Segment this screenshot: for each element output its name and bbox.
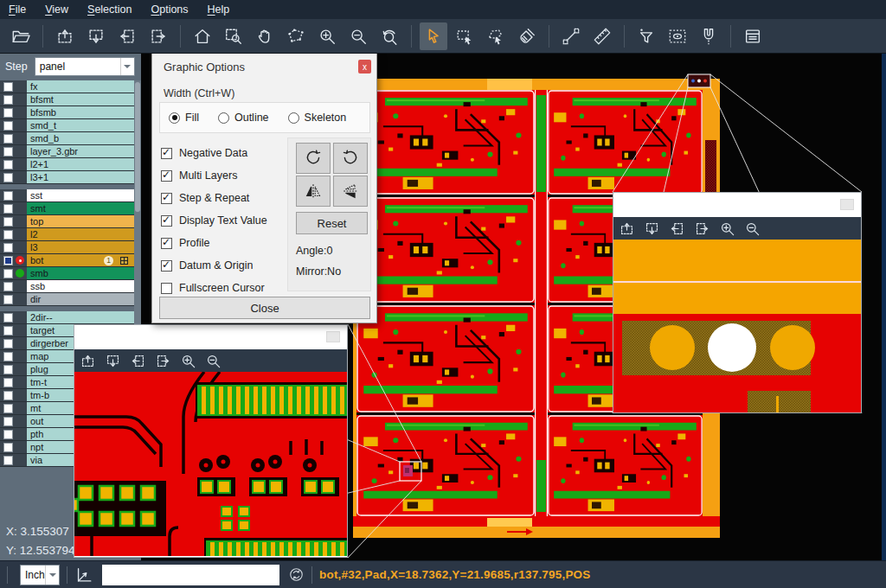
radio-icon[interactable] xyxy=(169,112,180,124)
layer-row[interactable]: l3 xyxy=(0,241,134,254)
mirror-vertical-button[interactable] xyxy=(296,176,331,207)
dialog-checkbox[interactable]: ✓ Datum & Origin xyxy=(161,254,267,277)
checkbox-icon[interactable]: ✓ xyxy=(161,238,172,249)
pan-down[interactable] xyxy=(82,22,110,50)
layer-row[interactable]: smb xyxy=(0,267,134,280)
checkbox-icon[interactable]: ✓ xyxy=(161,193,172,204)
zoom-previous[interactable] xyxy=(376,22,403,50)
layer-visibility-checkbox[interactable] xyxy=(3,417,13,426)
dialog-close-button[interactable]: Close xyxy=(159,297,370,319)
radio-icon[interactable] xyxy=(218,112,229,124)
layer-row[interactable]: 2dir-- xyxy=(0,311,134,324)
layer-name[interactable]: l3 xyxy=(27,241,134,253)
rotate-ccw-button[interactable] xyxy=(333,143,368,174)
layers-panel[interactable] xyxy=(739,22,767,50)
measure-ruler[interactable] xyxy=(588,22,616,50)
layer-row[interactable]: bot 1 xyxy=(0,254,134,267)
mirror-horizontal-button[interactable] xyxy=(333,176,368,207)
layer-visibility-checkbox[interactable] xyxy=(3,217,13,227)
zoom-window[interactable] xyxy=(220,22,247,50)
dialog-checkbox[interactable]: ✓ Step & Repeat xyxy=(161,187,267,209)
layer-visibility-checkbox[interactable] xyxy=(3,352,13,361)
magnifier-titlebar[interactable] xyxy=(74,325,347,349)
select-cursor[interactable] xyxy=(420,22,447,50)
zoom-home[interactable] xyxy=(189,22,216,50)
layer-visibility-checkbox[interactable] xyxy=(3,243,13,252)
magnifier-window-right[interactable] xyxy=(613,192,862,413)
layer-visibility-checkbox[interactable] xyxy=(3,108,13,118)
corner-angle-icon[interactable] xyxy=(74,566,93,585)
window-button[interactable] xyxy=(326,331,340,342)
layer-row[interactable]: ssb xyxy=(0,280,134,293)
layer-row[interactable]: l3+1 xyxy=(0,171,134,184)
layer-visibility-checkbox[interactable] xyxy=(3,269,13,278)
layer-name[interactable]: smd_t xyxy=(27,119,134,131)
pan-right[interactable] xyxy=(155,352,172,369)
layer-visibility-checkbox[interactable] xyxy=(3,173,13,182)
step-selector[interactable]: panel xyxy=(35,57,135,76)
close-icon[interactable]: x xyxy=(358,60,371,74)
layer-name[interactable]: l2+1 xyxy=(27,158,134,170)
layer-visibility-checkbox[interactable] xyxy=(3,443,13,452)
select-polygon[interactable] xyxy=(482,22,510,50)
layer-visibility-checkbox[interactable] xyxy=(3,121,13,131)
layer-visibility-checkbox[interactable] xyxy=(3,134,13,144)
layer-visibility-checkbox[interactable] xyxy=(3,404,13,413)
layer-visibility-checkbox[interactable] xyxy=(3,230,13,240)
dialog-checkbox[interactable]: ✓ Profile xyxy=(161,232,267,254)
snap-magnet[interactable] xyxy=(695,22,722,50)
layer-grid-icon[interactable] xyxy=(120,257,128,265)
magnified-pcb-view[interactable] xyxy=(613,240,861,412)
layer-name[interactable]: top xyxy=(27,215,134,227)
layer-row[interactable]: layer_3.gbr xyxy=(0,145,134,158)
window-button[interactable] xyxy=(840,199,854,210)
radio-option[interactable]: Skeleton xyxy=(288,112,347,124)
layer-row[interactable]: smt xyxy=(0,202,134,215)
filter-funnel[interactable] xyxy=(632,22,660,50)
zoom-out[interactable] xyxy=(744,220,761,237)
layer-row[interactable]: smd_t xyxy=(0,119,134,132)
menu-item[interactable]: Selection xyxy=(87,3,132,16)
checkbox-icon[interactable] xyxy=(161,283,172,294)
layer-name[interactable]: 2dir-- xyxy=(27,311,134,323)
zoom-in[interactable] xyxy=(719,220,736,237)
layer-name[interactable]: smt xyxy=(27,202,134,214)
pan-down[interactable] xyxy=(644,220,661,237)
unit-selector[interactable]: Inch xyxy=(20,565,60,585)
dialog-checkbox[interactable]: ✓ Display Text Value xyxy=(161,209,267,232)
pan-up[interactable] xyxy=(80,352,97,369)
layer-visibility-checkbox[interactable] xyxy=(3,456,13,465)
pan-left[interactable] xyxy=(130,352,147,369)
dialog-checkbox[interactable]: ✓ Multi Layers xyxy=(161,164,267,187)
layer-row[interactable]: smd_b xyxy=(0,132,134,145)
dialog-checkbox[interactable]: ✓ Negative Data xyxy=(161,142,267,164)
pan-hand[interactable] xyxy=(251,22,279,50)
checkbox-icon[interactable]: ✓ xyxy=(161,170,172,182)
menu-item[interactable]: File xyxy=(9,3,26,16)
pan-down[interactable] xyxy=(105,352,122,369)
layer-row[interactable]: bfsmb xyxy=(0,106,134,119)
reset-button[interactable]: Reset xyxy=(296,212,368,234)
checkbox-icon[interactable]: ✓ xyxy=(161,260,172,272)
layer-visibility-checkbox[interactable] xyxy=(3,430,13,439)
layer-visibility-checkbox[interactable] xyxy=(3,313,13,323)
menu-item[interactable]: View xyxy=(45,3,68,16)
layer-visibility-checkbox[interactable] xyxy=(3,256,13,265)
menu-item[interactable]: Help xyxy=(208,3,230,16)
zoom-object[interactable] xyxy=(282,22,310,50)
layer-row[interactable]: fx xyxy=(0,80,134,93)
zoom-out[interactable] xyxy=(205,352,222,369)
layer-visibility-checkbox[interactable] xyxy=(3,95,13,105)
zoom-in[interactable] xyxy=(180,352,197,369)
pan-right[interactable] xyxy=(144,22,172,50)
chevron-down-icon[interactable] xyxy=(45,566,59,585)
layer-row[interactable]: top xyxy=(0,215,134,228)
pan-left[interactable] xyxy=(669,220,686,237)
select-rect[interactable] xyxy=(451,22,478,50)
layer-name[interactable]: sst xyxy=(27,189,134,201)
preview-eye[interactable] xyxy=(664,22,691,50)
layer-visibility-checkbox[interactable] xyxy=(3,147,13,157)
checkbox-icon[interactable]: ✓ xyxy=(161,148,172,159)
scrollbar-thumb[interactable] xyxy=(135,82,140,212)
radio-option[interactable]: Outline xyxy=(218,112,269,124)
